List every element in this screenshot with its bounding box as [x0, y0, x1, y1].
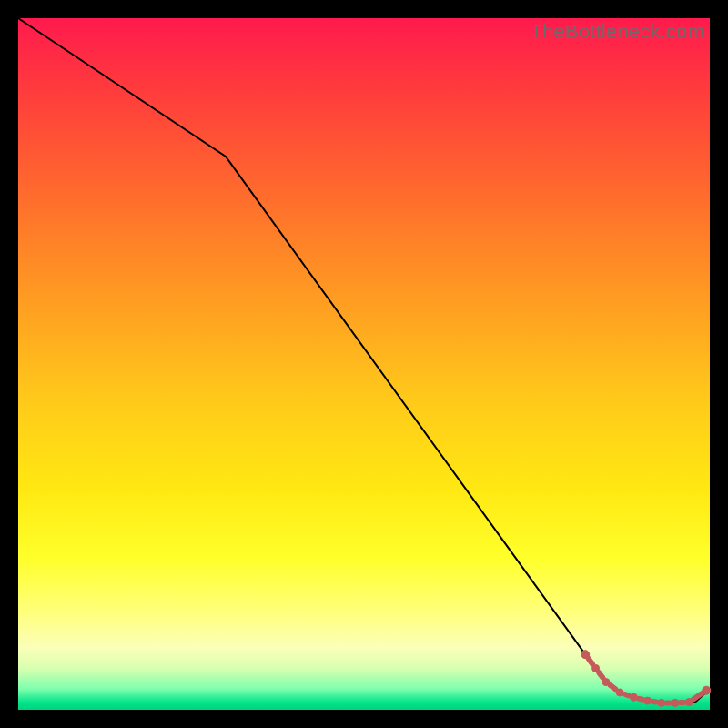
marker-dot — [685, 699, 693, 706]
marker-dash — [599, 672, 602, 678]
bottleneck-curve-line — [18, 18, 710, 703]
chart-frame: TheBottleneck.com — [18, 18, 710, 710]
marker-dash — [653, 702, 656, 703]
marker-dot — [592, 664, 600, 672]
marker-dot — [602, 679, 610, 686]
marker-dash — [639, 699, 642, 700]
marker-dot — [672, 699, 679, 706]
marker-dot — [630, 693, 637, 701]
marker-dash — [589, 659, 592, 664]
marker-dot — [644, 697, 652, 704]
marker-dot — [616, 689, 623, 696]
marker-dash — [625, 694, 629, 695]
marker-dash — [611, 685, 616, 689]
marker-dot — [581, 651, 590, 659]
marker-dot — [703, 686, 711, 694]
chart-svg — [18, 18, 710, 710]
marker-dot — [658, 699, 665, 706]
